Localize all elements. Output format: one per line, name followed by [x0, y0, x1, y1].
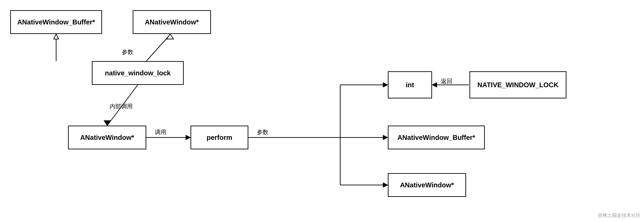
perform-box: perform [191, 126, 248, 149]
label-neibu: 内部调用 [110, 103, 133, 110]
svg-marker-3 [167, 34, 174, 39]
diagram: ANativeWindow_Buffer* ANativeWindow* nat… [0, 0, 644, 222]
label-canshu1: 参数 [122, 48, 133, 56]
svg-marker-7 [186, 135, 191, 140]
int-box: int [388, 71, 432, 98]
anativewindow-buffer-right-box: ANativeWindow_Buffer* [388, 126, 485, 149]
anativewindow-top-box: ANativeWindow* [133, 10, 211, 34]
native-window-lock-const-box: NATIVE_WINDOW_LOCK [469, 71, 566, 98]
svg-marker-16 [383, 183, 388, 187]
svg-marker-11 [383, 82, 388, 87]
label-diaoyong: 调用 [155, 128, 166, 136]
label-canshu2: 参数 [257, 128, 268, 136]
watermark: @稀土掘金技术社区 [598, 212, 641, 219]
buffer-top-box: ANativeWindow_Buffer* [10, 10, 102, 34]
anativewindow-right-box: ANativeWindow* [388, 173, 466, 197]
native-window-lock-box: native_window_lock [92, 61, 184, 85]
svg-marker-18 [432, 82, 437, 87]
svg-marker-13 [383, 135, 388, 140]
svg-marker-5 [104, 121, 111, 126]
svg-line-2 [146, 35, 170, 61]
label-fanhui: 返回 [441, 77, 452, 85]
svg-marker-1 [54, 34, 59, 39]
anativewindow-mid-box: ANativeWindow* [68, 126, 146, 149]
